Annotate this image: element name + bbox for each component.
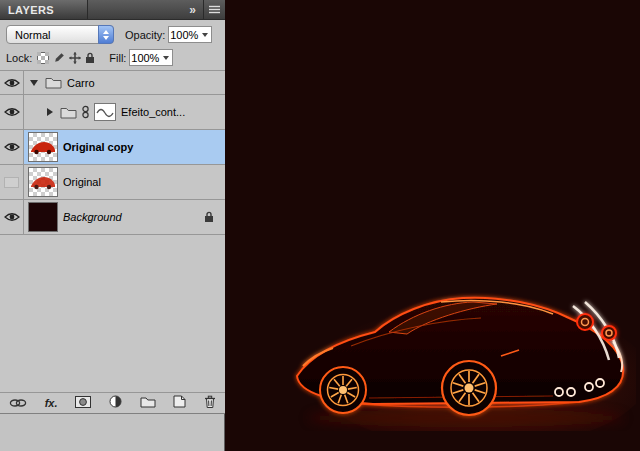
collapse-panel-icon[interactable]: » bbox=[182, 0, 203, 19]
opacity-arrow-icon bbox=[202, 33, 208, 37]
layer-thumbnail[interactable] bbox=[28, 132, 58, 162]
layer-name[interactable]: Carro bbox=[67, 77, 95, 89]
layer-row-efeito[interactable]: Efeito_cont... bbox=[0, 95, 225, 130]
link-layers-button[interactable] bbox=[9, 394, 27, 412]
layer-name[interactable]: Original bbox=[63, 176, 101, 188]
chain-icon bbox=[9, 398, 27, 408]
disclosure-triangle-icon[interactable] bbox=[30, 80, 38, 86]
fill-field[interactable]: 100% bbox=[129, 49, 173, 66]
visibility-toggle[interactable] bbox=[0, 165, 24, 199]
eye-icon bbox=[4, 212, 20, 222]
group-folder-icon bbox=[45, 76, 62, 89]
visibility-toggle[interactable] bbox=[0, 200, 24, 234]
dropdown-arrows-icon bbox=[98, 25, 114, 44]
lock-all-icon[interactable] bbox=[85, 52, 95, 64]
layer-styles-button[interactable]: fx. bbox=[45, 397, 58, 409]
layer-name[interactable]: Efeito_cont... bbox=[121, 106, 185, 118]
adjustment-layer-icon bbox=[109, 395, 122, 408]
link-icon bbox=[82, 105, 89, 119]
blend-mode-value: Normal bbox=[15, 29, 50, 41]
visibility-toggle[interactable] bbox=[0, 95, 24, 129]
eye-empty-well bbox=[4, 177, 19, 188]
layer-row-background[interactable]: Background bbox=[0, 200, 225, 235]
panel-menu-icon bbox=[208, 5, 221, 14]
lock-image-icon[interactable] bbox=[53, 52, 65, 64]
delete-layer-button[interactable] bbox=[204, 394, 216, 412]
blend-opacity-row: Normal Opacity: 100% bbox=[0, 20, 225, 45]
layer-thumbnail[interactable] bbox=[28, 202, 58, 232]
opacity-field[interactable]: 100% bbox=[168, 26, 212, 43]
layer-thumbnail[interactable] bbox=[28, 167, 58, 197]
panel-menu-button[interactable] bbox=[203, 0, 225, 19]
layers-panel: LAYERS » Normal Opacity: 100% bbox=[0, 0, 225, 414]
lock-label: Lock: bbox=[6, 52, 32, 64]
new-group-button[interactable] bbox=[140, 394, 156, 412]
mask-thumbnail[interactable] bbox=[94, 103, 116, 121]
add-layer-mask-button[interactable] bbox=[75, 394, 91, 412]
opacity-label: Opacity: bbox=[125, 29, 165, 41]
car-artwork bbox=[291, 276, 636, 431]
panel-footer: fx. bbox=[0, 392, 225, 413]
layer-name[interactable]: Original copy bbox=[63, 141, 133, 153]
layer-name[interactable]: Background bbox=[63, 211, 122, 223]
lock-fill-row: Lock: Fill: 100% bbox=[0, 45, 225, 70]
layer-lock-icon bbox=[204, 211, 214, 223]
layer-mask-icon bbox=[75, 396, 91, 408]
disclosure-triangle-icon[interactable] bbox=[47, 108, 53, 116]
panel-header: LAYERS » bbox=[0, 0, 225, 20]
new-layer-button[interactable] bbox=[173, 394, 186, 412]
new-layer-icon bbox=[173, 395, 186, 408]
eye-icon bbox=[4, 142, 20, 152]
layer-row-carro[interactable]: Carro bbox=[0, 71, 225, 95]
new-adjustment-layer-button[interactable] bbox=[109, 394, 122, 412]
tab-layers-label: LAYERS bbox=[8, 4, 54, 16]
layers-list: Carro Efeito_cont... bbox=[0, 70, 225, 235]
fill-arrow-icon bbox=[163, 56, 169, 60]
mini-car-icon bbox=[30, 174, 56, 191]
visibility-toggle[interactable] bbox=[0, 71, 24, 94]
tab-layers[interactable]: LAYERS bbox=[0, 0, 88, 19]
fill-value: 100% bbox=[131, 52, 159, 64]
trash-icon bbox=[204, 395, 216, 408]
header-spacer bbox=[88, 0, 182, 19]
new-group-icon bbox=[140, 396, 156, 408]
lock-transparency-icon[interactable] bbox=[37, 52, 49, 64]
blend-mode-select[interactable]: Normal bbox=[6, 25, 114, 44]
curve-glyph-icon bbox=[96, 106, 114, 118]
eye-icon bbox=[4, 78, 20, 88]
opacity-value: 100% bbox=[170, 29, 198, 41]
fill-label: Fill: bbox=[109, 52, 126, 64]
lock-position-icon[interactable] bbox=[69, 52, 81, 64]
visibility-toggle[interactable] bbox=[0, 130, 24, 164]
group-folder-icon bbox=[60, 106, 77, 119]
layer-row-original[interactable]: Original bbox=[0, 165, 225, 200]
lock-icons bbox=[37, 52, 95, 64]
panel-dock: LAYERS » Normal Opacity: 100% bbox=[0, 0, 225, 451]
mini-car-icon bbox=[30, 139, 56, 156]
layer-row-original-copy[interactable]: Original copy bbox=[0, 130, 225, 165]
eye-icon bbox=[4, 107, 20, 117]
